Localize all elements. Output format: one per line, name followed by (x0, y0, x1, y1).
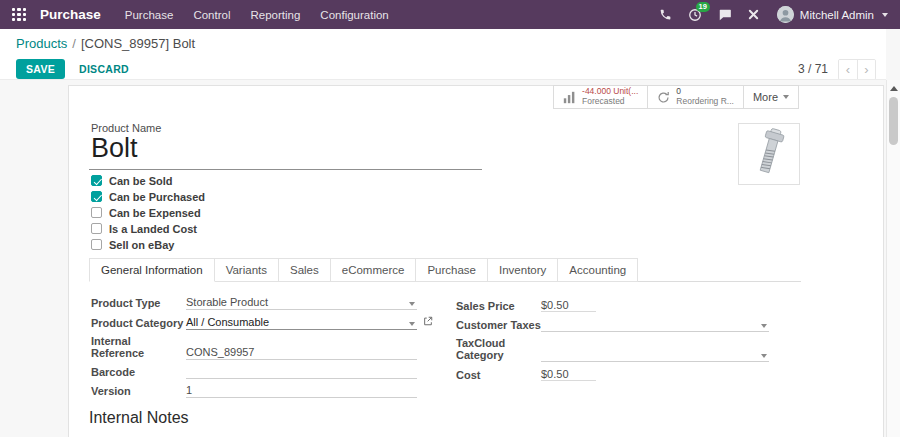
field-value: CONS_89957 (186, 346, 255, 358)
tab-general-information[interactable]: General Information (89, 258, 215, 282)
app-name[interactable]: Purchase (40, 7, 101, 22)
chat-icon[interactable] (710, 8, 740, 22)
field-label: Version (91, 385, 186, 398)
field-product-type: Product Type Storable Product (91, 296, 417, 310)
pager-count: 3 / 71 (798, 62, 828, 76)
field-label: Customer Taxes (456, 319, 541, 332)
field-value: 1 (186, 384, 192, 396)
tab-variants[interactable]: Variants (214, 258, 279, 282)
reordering-label: Reordering R... (676, 97, 734, 107)
tab-accounting[interactable]: Accounting (557, 258, 638, 282)
field-label: Internal Reference (91, 335, 186, 360)
main-menu: Purchase Control Reporting Configuration (115, 9, 399, 21)
checkbox-label: Sell on eBay (109, 239, 174, 251)
top-navbar: Purchase Purchase Control Reporting Conf… (0, 0, 900, 29)
checkbox-icon[interactable] (91, 223, 102, 234)
chevron-down-icon[interactable] (761, 324, 767, 328)
close-icon[interactable] (740, 9, 767, 20)
menu-control[interactable]: Control (183, 9, 240, 21)
product-name-input[interactable]: Bolt (89, 133, 482, 170)
barcode-input[interactable] (186, 366, 417, 379)
avatar (777, 6, 794, 23)
scroll-up-arrow-icon[interactable] (890, 86, 898, 91)
product-type-select[interactable]: Storable Product (186, 296, 417, 310)
tab-purchase[interactable]: Purchase (415, 258, 488, 282)
pager-prev-button[interactable]: ‹ (839, 60, 857, 79)
purchase-product-form-page: Purchase Purchase Control Reporting Conf… (0, 0, 900, 437)
product-form-sheet: -44.000 Unit(... Forecasted 0 Reordering… (68, 85, 884, 437)
field-cost: Cost $0.50 (456, 368, 769, 382)
tab-inventory[interactable]: Inventory (487, 258, 558, 282)
breadcrumb-separator: / (72, 36, 76, 51)
checkbox-can-be-sold[interactable]: Can be Sold (91, 175, 205, 187)
internal-notes-title: Internal Notes (89, 409, 189, 427)
more-button[interactable]: More (743, 85, 799, 109)
breadcrumb-current: [CONS_89957] Bolt (81, 36, 195, 51)
field-value: $0.50 (541, 299, 596, 312)
pager-next-button[interactable]: › (857, 60, 875, 79)
field-version: Version 1 (91, 384, 417, 398)
apps-grid-icon[interactable] (12, 8, 26, 22)
field-label: Cost (456, 369, 541, 382)
record-pager: 3 / 71 ‹ › (798, 59, 876, 80)
field-internal-reference: Internal Reference CONS_89957 (91, 335, 417, 360)
checkbox-can-be-purchased[interactable]: Can be Purchased (91, 191, 205, 203)
bolt-image (740, 125, 798, 183)
field-value: All / Consumable (186, 316, 269, 328)
save-button[interactable]: SAVE (16, 59, 65, 79)
checkbox-icon[interactable] (91, 207, 102, 218)
stat-button-forecasted[interactable]: -44.000 Unit(... Forecasted (553, 85, 648, 109)
form-tabs: General Information Variants Sales eComm… (89, 258, 801, 282)
menu-reporting[interactable]: Reporting (240, 9, 310, 21)
field-label: Product Type (91, 297, 186, 310)
customer-taxes-select[interactable] (541, 319, 769, 332)
menu-purchase[interactable]: Purchase (115, 9, 184, 21)
systray: 19 Mitchell Admin (651, 6, 892, 23)
taxcloud-category-select[interactable] (541, 349, 769, 362)
chevron-down-icon[interactable] (409, 302, 415, 306)
chevron-down-icon (783, 95, 789, 99)
field-customer-taxes: Customer Taxes (456, 319, 769, 332)
user-menu[interactable]: Mitchell Admin (767, 6, 892, 23)
breadcrumb: Products / [CONS_89957] Bolt (0, 29, 886, 58)
checkbox-sell-on-ebay[interactable]: Sell on eBay (91, 239, 205, 251)
discard-button[interactable]: DISCARD (79, 63, 129, 75)
field-product-category: Product Category All / Consumable (91, 316, 417, 330)
checkbox-icon[interactable] (91, 175, 102, 186)
product-flags: Can be Sold Can be Purchased Can be Expe… (91, 175, 205, 255)
fields-left-column: Product Type Storable Product Product Ca… (91, 296, 417, 404)
field-label: Sales Price (456, 300, 541, 313)
chevron-down-icon (882, 13, 888, 17)
fields-right-column: Sales Price $0.50 Customer Taxes TaxClou… (456, 299, 769, 387)
phone-icon[interactable] (651, 8, 680, 21)
checkbox-icon[interactable] (91, 239, 102, 250)
cost-input[interactable]: $0.50 (541, 368, 769, 382)
product-image[interactable] (738, 123, 800, 185)
chevron-down-icon[interactable] (761, 354, 767, 358)
stat-button-reordering[interactable]: 0 Reordering R... (647, 85, 744, 109)
field-value: $0.50 (541, 368, 596, 381)
checkbox-can-be-expensed[interactable]: Can be Expensed (91, 207, 205, 219)
checkbox-label: Can be Expensed (109, 207, 201, 219)
activity-clock-icon[interactable]: 19 (680, 8, 710, 22)
form-action-bar: SAVE DISCARD 3 / 71 ‹ › (0, 58, 886, 80)
chevron-down-icon[interactable] (409, 322, 415, 326)
checkbox-icon[interactable] (91, 191, 102, 202)
sales-price-input[interactable]: $0.50 (541, 299, 769, 313)
internal-reference-input[interactable]: CONS_89957 (186, 346, 417, 360)
tab-ecommerce[interactable]: eCommerce (330, 258, 417, 282)
tab-sales[interactable]: Sales (278, 258, 331, 282)
checkbox-label: Can be Purchased (109, 191, 205, 203)
product-category-select[interactable]: All / Consumable (186, 316, 417, 330)
menu-configuration[interactable]: Configuration (310, 9, 398, 21)
field-sales-price: Sales Price $0.50 (456, 299, 769, 313)
external-link-icon[interactable] (423, 316, 433, 328)
chart-icon (563, 91, 576, 104)
field-barcode: Barcode (91, 366, 417, 379)
scrollbar-thumb[interactable] (889, 97, 898, 145)
vertical-scrollbar[interactable] (886, 80, 900, 437)
checkbox-is-a-landed-cost[interactable]: Is a Landed Cost (91, 223, 205, 235)
version-input[interactable]: 1 (186, 384, 417, 398)
breadcrumb-products-link[interactable]: Products (16, 36, 67, 51)
user-name: Mitchell Admin (800, 9, 874, 21)
